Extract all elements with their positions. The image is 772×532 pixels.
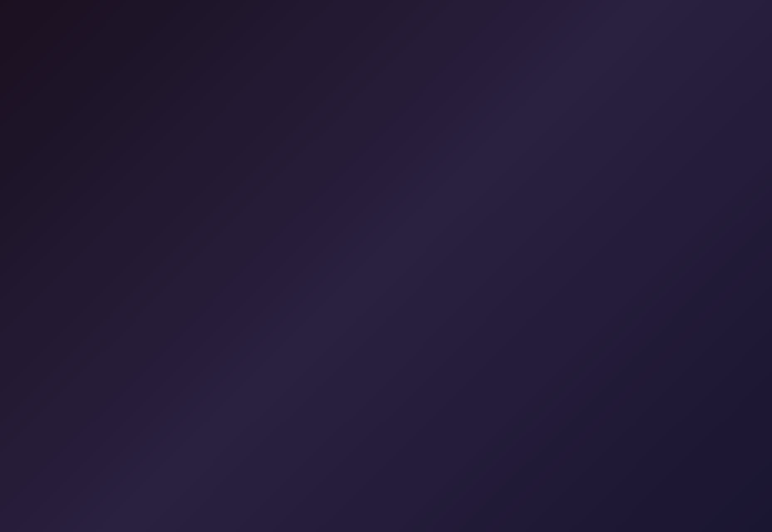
main-layout: PAGES + ⌃ □ Membership □ Account - Membe… (0, 37, 772, 532)
preview-content: Weiss Auth Get to know our a Kenneth Rob… (601, 53, 677, 206)
right-side: ↑ ▶ + − iPhone XS Weiss Auth Get to know… (586, 37, 772, 532)
iphone-preview: Weiss Auth Get to know our a Kenneth Rob… (598, 49, 680, 209)
iphone-preview-panel: iPhone XS Weiss Auth Get to know our a K… (597, 37, 680, 532)
preview-author-image-2 (601, 172, 677, 206)
